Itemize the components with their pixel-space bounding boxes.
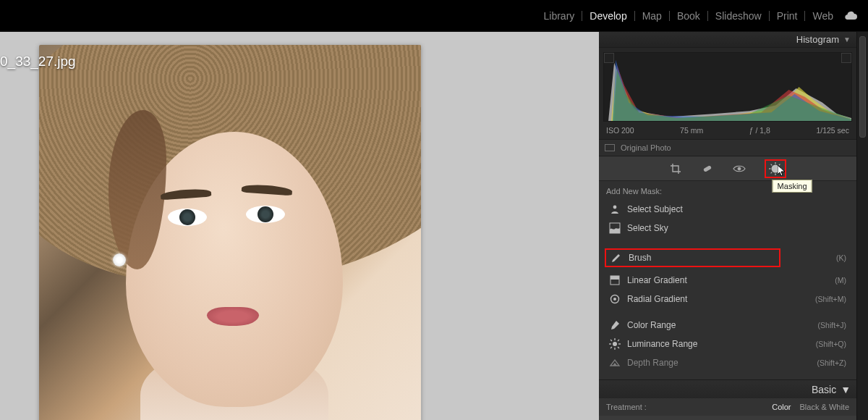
- mask-label: Select Sky: [627, 223, 840, 233]
- module-web[interactable]: Web: [812, 10, 833, 22]
- mask-shortcut: (Shift+J): [818, 321, 846, 329]
- sky-icon: [609, 222, 621, 234]
- color-icon: [609, 319, 621, 331]
- svg-point-16: [613, 298, 616, 301]
- collapse-icon: ▼: [843, 35, 851, 43]
- masking-tooltip: Masking: [773, 180, 812, 193]
- mask-sky[interactable]: Select Sky: [606, 219, 849, 238]
- histogram-title: Histogram: [796, 34, 839, 45]
- brush-icon: [610, 252, 622, 264]
- svg-line-10: [771, 172, 773, 173]
- mask-luminance[interactable]: Luminance Range(Shift+Q): [606, 335, 849, 353]
- exif-iso: ISO 200: [606, 126, 634, 135]
- svg-line-23: [618, 347, 619, 348]
- svg-rect-14: [610, 276, 619, 280]
- exif-aperture: ƒ / 1,8: [749, 126, 770, 135]
- mask-label: Depth Range: [627, 358, 810, 368]
- histogram-chart[interactable]: [603, 52, 852, 122]
- svg-point-17: [613, 342, 617, 346]
- mask-shortcut: (Shift+Z): [817, 358, 846, 367]
- basic-panel-header[interactable]: Basic ▼: [599, 379, 856, 398]
- healing-tool[interactable]: [701, 162, 714, 175]
- mask-label: Linear Gradient: [627, 275, 828, 285]
- preview-photo: [39, 45, 421, 420]
- mask-label: Select Subject: [627, 204, 840, 214]
- original-photo-label: Original Photo: [621, 143, 671, 152]
- basic-title: Basic: [812, 384, 836, 395]
- collapse-icon: ▼: [841, 384, 851, 395]
- crop-tool[interactable]: [669, 162, 682, 175]
- mask-shortcut: (K): [836, 253, 846, 262]
- panel-scrollbar[interactable]: [856, 32, 868, 420]
- tool-strip: Masking: [599, 156, 856, 181]
- mask-label: Radial Gradient: [627, 294, 809, 304]
- mask-label: Luminance Range: [627, 339, 809, 349]
- exif-shutter: 1/125 sec: [816, 126, 849, 135]
- module-slideshow[interactable]: Slideshow: [715, 10, 762, 22]
- mask-heading: Add New Mask:: [606, 187, 849, 196]
- exif-focal: 75 mm: [680, 126, 703, 135]
- mask-label: Color Range: [627, 320, 812, 330]
- svg-point-11: [613, 206, 617, 209]
- image-canvas[interactable]: 0_33_27.jpg: [0, 32, 599, 420]
- mask-brush[interactable]: Brush(K): [606, 245, 849, 271]
- filename-overlay: 0_33_27.jpg: [0, 54, 76, 70]
- histogram-curves-icon: [604, 53, 851, 121]
- mask-linear[interactable]: Linear Gradient(M): [606, 271, 849, 290]
- treatment-color[interactable]: Color: [772, 403, 791, 411]
- svg-line-22: [610, 340, 612, 341]
- cloud-sync-icon[interactable]: [843, 11, 858, 20]
- mask-shortcut: (M): [835, 276, 846, 285]
- right-panel: Histogram ▼: [599, 32, 868, 420]
- module-library[interactable]: Library: [544, 10, 575, 22]
- module-map[interactable]: Map: [642, 10, 662, 22]
- svg-line-25: [610, 347, 612, 348]
- module-develop[interactable]: Develop: [590, 10, 626, 22]
- svg-line-24: [618, 340, 619, 341]
- svg-rect-0: [704, 165, 712, 171]
- mask-shortcut: (Shift+M): [815, 295, 846, 303]
- mask-panel: Add New Mask: Select SubjectSelect Sky B…: [599, 181, 856, 379]
- linear-icon: [609, 274, 621, 286]
- cursor-icon: [778, 165, 786, 177]
- module-print[interactable]: Print: [777, 10, 798, 22]
- svg-line-7: [771, 164, 773, 165]
- scrollbar-thumb[interactable]: [859, 36, 866, 138]
- mask-radial[interactable]: Radial Gradient(Shift+M): [606, 290, 849, 308]
- subject-icon: [609, 203, 621, 215]
- mask-shortcut: (Shift+Q): [816, 340, 846, 348]
- mask-label: Brush: [629, 253, 775, 263]
- module-picker: LibraryDevelopMapBookSlideshowPrintWeb: [0, 0, 868, 32]
- luminance-icon: [609, 338, 621, 350]
- original-photo-icon: [605, 144, 615, 151]
- histogram-panel-header[interactable]: Histogram ▼: [599, 32, 856, 48]
- treatment-bw[interactable]: Black & White: [800, 403, 849, 411]
- radial-icon: [609, 293, 621, 305]
- redeye-tool[interactable]: [733, 162, 746, 175]
- masking-tool[interactable]: Masking: [765, 159, 786, 178]
- original-photo-toggle[interactable]: Original Photo: [599, 139, 856, 156]
- histogram-exif: ISO 200 75 mm ƒ / 1,8 1/125 sec: [603, 122, 852, 139]
- svg-point-1: [738, 167, 741, 170]
- histogram-panel: ISO 200 75 mm ƒ / 1,8 1/125 sec: [599, 48, 856, 139]
- mask-subject[interactable]: Select Subject: [606, 200, 849, 219]
- basic-panel: Treatment : Color Black & White: [599, 398, 856, 416]
- depth-icon: [609, 357, 621, 369]
- mask-depth: Depth Range(Shift+Z): [606, 353, 849, 372]
- treatment-label: Treatment :: [606, 403, 647, 411]
- module-book[interactable]: Book: [677, 10, 700, 22]
- mask-color[interactable]: Color Range(Shift+J): [606, 316, 849, 335]
